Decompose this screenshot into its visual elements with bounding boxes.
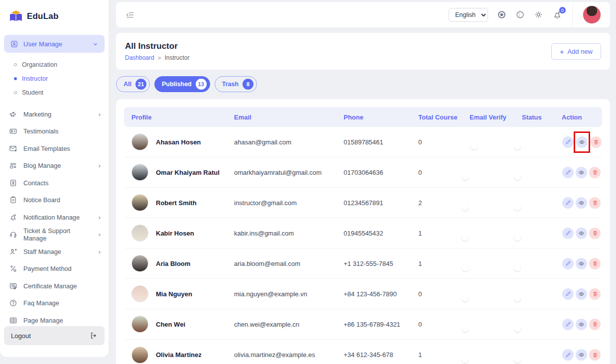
trash-icon: [592, 200, 598, 206]
toggle-knob: [514, 204, 521, 211]
mail-plus-icon: [9, 144, 17, 153]
topbar: English 0: [116, 2, 610, 27]
toggle-knob: [462, 325, 469, 332]
delete-button[interactable]: [589, 288, 601, 300]
language-select[interactable]: English: [449, 8, 488, 22]
view-button[interactable]: [576, 136, 588, 148]
table-header: Profile Email Phone Total Course Email V…: [124, 107, 602, 127]
preview-button[interactable]: [497, 10, 506, 19]
delete-button[interactable]: [589, 349, 601, 361]
sidebar-item-certificate-manage[interactable]: Certificate Manage: [0, 277, 109, 295]
add-new-button[interactable]: + Add new: [551, 43, 601, 60]
divider: [572, 2, 573, 27]
edit-button[interactable]: [562, 349, 574, 361]
dark-mode-button[interactable]: [515, 10, 525, 19]
user-avatar[interactable]: [583, 5, 601, 24]
sidebar-item-notice-board[interactable]: Notice Board: [0, 192, 109, 209]
sidebar-item-staff-manage[interactable]: Staff Manage ›: [0, 243, 109, 260]
delete-button[interactable]: [589, 197, 601, 209]
sidebar-item-label: User Manage: [23, 40, 87, 48]
instructor-email: kabir.ins@gmail.com: [234, 230, 344, 237]
headset-icon: [9, 230, 17, 239]
sidebar-item-blog-manage[interactable]: Blog Manage ›: [0, 157, 109, 175]
pencil-icon: [565, 352, 571, 358]
sidebar-item-instructor[interactable]: Instructor: [0, 72, 109, 86]
notifications-button[interactable]: 0: [552, 10, 562, 20]
megaphone-icon: [9, 110, 17, 119]
sidebar-item-user-manage[interactable]: User Manage: [4, 35, 105, 53]
trash-icon: [592, 352, 598, 358]
sidebar: EduLab User Manage Organization Instruct…: [0, 0, 109, 357]
table-row: Kabir Hosen kabir.ins@gmail.com 01945545…: [124, 218, 602, 248]
instructor-avatar: [131, 285, 148, 302]
sidebar-item-student[interactable]: Student: [0, 86, 109, 100]
sidebar-item-testimonials[interactable]: Testimonials: [0, 123, 109, 140]
instructor-avatar: [131, 255, 148, 272]
instructor-phone: 01589785461: [344, 138, 418, 146]
user-manage-submenu: Organization Instructor Student: [0, 53, 109, 102]
instructor-phone: +34 612-345-678: [344, 351, 418, 359]
table-row: Omar Khaiyam Ratul omarkhaiyamratul@gmai…: [124, 157, 602, 188]
edit-button[interactable]: [562, 288, 574, 300]
filter-tab-published[interactable]: Published 13: [154, 76, 210, 92]
delete-button[interactable]: [590, 136, 602, 148]
gear-icon: [534, 10, 543, 19]
toggle-knob: [462, 234, 469, 241]
view-button[interactable]: [576, 167, 587, 178]
menu-fold-icon: [125, 10, 135, 20]
view-button[interactable]: [576, 288, 587, 300]
instructor-name: Olivia Martinez: [156, 351, 202, 359]
delete-button[interactable]: [589, 258, 601, 269]
instructor-name: Robert Smith: [156, 199, 197, 207]
sidebar-item-marketing[interactable]: Marketing ›: [0, 106, 109, 123]
column-header-total-course: Total Course: [418, 114, 470, 121]
trash-icon: [592, 260, 598, 266]
filter-tab-trash[interactable]: Trash 8: [215, 76, 257, 92]
instructor-avatar: [131, 194, 148, 211]
view-button[interactable]: [576, 258, 587, 269]
sidebar-collapse-button[interactable]: [125, 10, 135, 20]
view-button[interactable]: [576, 197, 587, 209]
settings-button[interactable]: [534, 10, 543, 19]
edit-button[interactable]: [562, 167, 574, 178]
preview-icon: [497, 10, 506, 19]
delete-button[interactable]: [589, 167, 601, 178]
edit-button[interactable]: [562, 197, 574, 209]
view-button[interactable]: [576, 228, 587, 239]
user-plus-icon: [9, 247, 17, 256]
sidebar-subitem-label: Student: [22, 89, 43, 96]
edit-button[interactable]: [562, 228, 574, 239]
count-badge: 8: [243, 79, 253, 90]
clipboard-icon: [9, 196, 17, 204]
column-header-profile: Profile: [124, 114, 234, 121]
delete-button[interactable]: [589, 228, 601, 239]
logout-button[interactable]: Logout: [4, 326, 105, 345]
sidebar-item-email-templates[interactable]: Email Templates: [0, 140, 109, 157]
view-button[interactable]: [576, 319, 587, 330]
view-button[interactable]: [576, 349, 587, 361]
instructor-phone: +84 123-456-7890: [344, 290, 418, 298]
edit-button[interactable]: [562, 258, 574, 269]
sidebar-subitem-label: Organization: [22, 61, 57, 68]
sidebar-nav: Marketing › Testimonials Email Templates…: [0, 106, 109, 329]
instructor-email: omarkhaiyamratul@gmail.com: [234, 169, 344, 176]
sidebar-item-contacts[interactable]: Contacts: [0, 174, 109, 192]
edit-button[interactable]: [562, 319, 574, 330]
brand-logo[interactable]: EduLab: [0, 0, 109, 32]
sidebar-item-ticket-support-manage[interactable]: Ticket & Support Manage ›: [0, 226, 109, 243]
breadcrumb-dashboard-link[interactable]: Dashboard: [125, 54, 154, 61]
chevron-right-icon: ›: [99, 111, 101, 118]
sidebar-item-faq-manage[interactable]: Faq Manage: [0, 295, 109, 312]
delete-button[interactable]: [589, 319, 601, 330]
page-header: All Instructor Dashboard » Instructor + …: [116, 33, 610, 70]
filter-tab-all[interactable]: All 21: [116, 76, 150, 92]
sidebar-item-payment-method[interactable]: Payment Method: [0, 260, 109, 278]
sidebar-item-organization[interactable]: Organization: [0, 58, 109, 72]
edit-button[interactable]: [562, 136, 574, 148]
certificate-icon: [9, 282, 17, 290]
column-header-action: Action: [562, 114, 602, 121]
toggle-knob: [514, 295, 521, 302]
question-circle-icon: [9, 299, 17, 307]
sidebar-item-notification-manage[interactable]: Notification Manage ›: [0, 209, 109, 226]
instructor-name: Kabir Hosen: [156, 230, 194, 237]
